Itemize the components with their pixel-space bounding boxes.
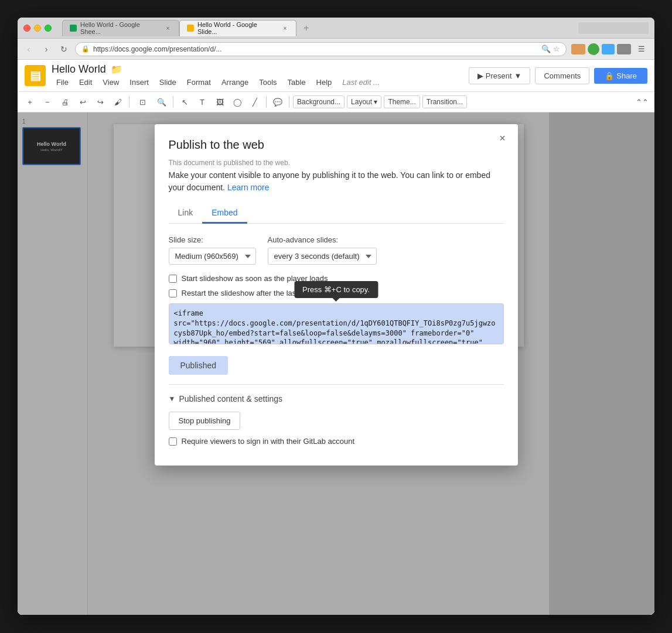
published-section: ▼ Published content & settings Stop publ… xyxy=(169,394,504,446)
back-icon: ‹ xyxy=(28,45,30,54)
slides-logo: ▤ xyxy=(25,65,46,86)
slides-favicon-icon xyxy=(187,25,194,32)
theme-button[interactable]: Theme... xyxy=(384,95,419,108)
menu-table[interactable]: Table xyxy=(283,77,311,88)
tab-embed[interactable]: Embed xyxy=(202,203,247,224)
browser-window: Hello World - Google Shee... × Hello Wor… xyxy=(18,18,654,615)
maximize-window-button[interactable] xyxy=(45,25,52,32)
present-button[interactable]: ▶ Present ▼ xyxy=(469,67,531,84)
minimize-window-button[interactable] xyxy=(34,25,41,32)
tab-sheets-close-icon[interactable]: × xyxy=(164,24,172,32)
menu-tools[interactable]: Tools xyxy=(254,77,281,88)
search-icon: 🔍 xyxy=(541,45,551,53)
tabs-bar: Hello World - Google Shee... × Hello Wor… xyxy=(62,20,574,36)
comment-button[interactable]: 💬 xyxy=(270,94,285,110)
ext-btn-2[interactable] xyxy=(588,43,599,55)
toolbar-separator-3 xyxy=(266,96,267,108)
tab-slides[interactable]: Hello World - Google Slide... × xyxy=(179,20,296,36)
modal-desc-small: This document is published to the web. xyxy=(169,159,504,167)
undo-button[interactable]: ↩ xyxy=(75,94,90,110)
tab-link[interactable]: Link xyxy=(169,203,203,224)
tab-sheets[interactable]: Hello World - Google Shee... × xyxy=(62,20,179,36)
triangle-icon: ▼ xyxy=(169,395,176,403)
slides-title-area: Hello World 📁 File Edit View Insert Slid… xyxy=(52,63,463,88)
restart-slideshow-label: Restart the slideshow after the last sli… xyxy=(182,289,316,297)
menu-edit[interactable]: Edit xyxy=(74,77,97,88)
menu-insert[interactable]: Insert xyxy=(125,77,153,88)
slide-size-group: Slide size: Small (480x299) Medium (960x… xyxy=(169,235,256,265)
address-text: https://docs.google.com/presentation/d/.… xyxy=(93,45,538,53)
redo-button[interactable]: ↪ xyxy=(93,94,108,110)
background-button[interactable]: Background... xyxy=(293,95,344,108)
restart-slideshow-row: Restart the slideshow after the last sli… xyxy=(169,289,504,297)
auto-advance-select[interactable]: every 3 seconds (default) every 5 second… xyxy=(268,248,377,265)
zoom-button[interactable]: 🔍 xyxy=(154,94,169,110)
toolbar-separator-4 xyxy=(289,96,289,108)
bookmark-icon: ☆ xyxy=(553,45,560,53)
new-tab-button[interactable]: + xyxy=(296,20,315,36)
present-dropdown-icon: ▼ xyxy=(514,71,522,80)
image-button[interactable]: 🖼 xyxy=(212,94,227,110)
share-button[interactable]: 🔒 Share xyxy=(594,68,647,84)
print-button[interactable]: 🖨 xyxy=(57,94,73,110)
comments-label: Comments xyxy=(544,71,581,80)
forward-button[interactable]: › xyxy=(40,43,53,56)
back-button[interactable]: ‹ xyxy=(22,43,35,56)
share-label: Share xyxy=(616,71,637,80)
sheets-favicon-icon xyxy=(70,25,77,32)
cursor-button[interactable]: ↖ xyxy=(177,94,192,110)
gitlab-signin-checkbox[interactable] xyxy=(169,437,177,446)
comments-button[interactable]: Comments xyxy=(535,67,589,84)
address-bar[interactable]: 🔒 https://docs.google.com/presentation/d… xyxy=(75,42,567,56)
slide-size-select[interactable]: Small (480x299) Medium (960x569) Large (… xyxy=(169,248,256,265)
modal-description: Make your content visible to anyone by p… xyxy=(169,169,504,194)
learn-more-link[interactable]: Learn more xyxy=(227,183,270,192)
extensions-button[interactable] xyxy=(571,44,585,54)
slide-size-label: Slide size: xyxy=(169,235,256,244)
tab-sheets-label: Hello World - Google Shee... xyxy=(80,21,158,35)
tab-slides-close-icon[interactable]: × xyxy=(281,24,289,32)
menu-file[interactable]: File xyxy=(52,77,73,88)
modal-overlay: × Publish to the web This document is pu… xyxy=(18,112,654,615)
paint-format-button[interactable]: 🖌 xyxy=(110,94,125,110)
menu-view[interactable]: View xyxy=(98,77,124,88)
restart-slideshow-checkbox[interactable] xyxy=(169,289,177,297)
menu-format[interactable]: Format xyxy=(182,77,216,88)
text-button[interactable]: T xyxy=(195,94,210,110)
start-slideshow-row: Start slideshow as soon as the player lo… xyxy=(169,274,504,283)
presentation-title[interactable]: Hello World xyxy=(52,63,106,76)
menu-slide[interactable]: Slide xyxy=(155,77,181,88)
modal-close-button[interactable]: × xyxy=(496,131,510,145)
line-button[interactable]: ╱ xyxy=(247,94,262,110)
reload-icon: ↻ xyxy=(60,45,67,54)
ext-btn-3[interactable] xyxy=(602,44,615,54)
published-section-header[interactable]: ▼ Published content & settings xyxy=(169,394,504,403)
folder-icon[interactable]: 📁 xyxy=(111,64,122,75)
stop-publishing-button[interactable]: Stop publishing xyxy=(169,412,241,430)
embed-code-area: Press ⌘+C to copy. xyxy=(169,303,504,347)
add-button[interactable]: + xyxy=(22,94,37,110)
published-button[interactable]: Published xyxy=(169,356,228,375)
menu-arrange[interactable]: Arrange xyxy=(217,77,253,88)
menu-button[interactable]: ☰ xyxy=(633,41,650,57)
reload-button[interactable]: ↻ xyxy=(57,43,70,56)
slides-logo-icon: ▤ xyxy=(30,69,41,83)
tab-slides-label: Hello World - Google Slide... xyxy=(197,21,275,35)
minus-button[interactable]: − xyxy=(40,94,55,110)
collapse-button[interactable]: ⌃⌃ xyxy=(635,94,650,110)
menu-help[interactable]: Help xyxy=(312,77,337,88)
transition-button[interactable]: Transition... xyxy=(422,95,467,108)
close-window-button[interactable] xyxy=(23,25,30,32)
start-slideshow-checkbox[interactable] xyxy=(169,275,177,283)
zoom-fit-button[interactable]: ⊡ xyxy=(133,94,152,110)
embed-code-textarea[interactable] xyxy=(169,303,504,344)
start-slideshow-label: Start slideshow as soon as the player lo… xyxy=(182,274,328,283)
layout-button[interactable]: Layout ▾ xyxy=(347,95,381,108)
ext-btn-4[interactable] xyxy=(617,44,631,54)
slides-toolbar: ▤ Hello World 📁 File Edit View Insert Sl… xyxy=(18,60,654,112)
slides-area: 1 Hello World Hello, World!!! Click to a… xyxy=(18,112,654,615)
embed-form-row: Slide size: Small (480x299) Medium (960x… xyxy=(169,235,504,265)
format-toolbar: + − 🖨 ↩ ↪ 🖌 ⊡ 🔍 ↖ T 🖼 ◯ ╱ 💬 Background..… xyxy=(18,91,654,112)
shapes-button[interactable]: ◯ xyxy=(230,94,245,110)
new-tab-icon: + xyxy=(303,23,309,33)
